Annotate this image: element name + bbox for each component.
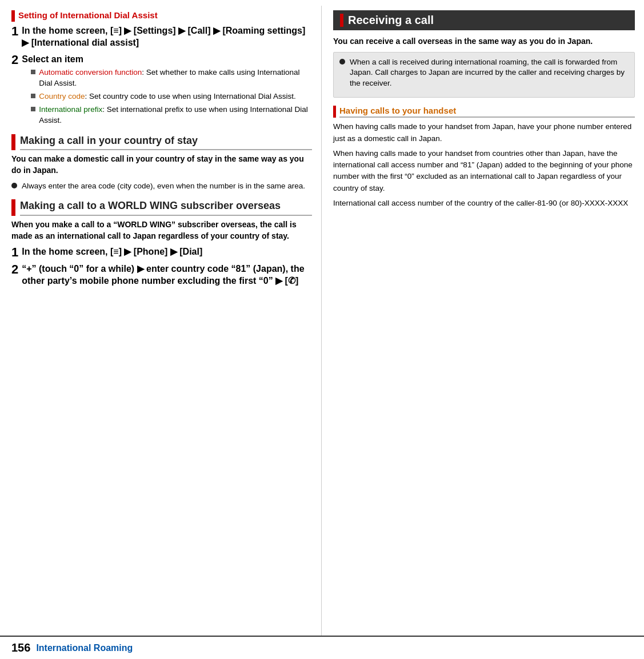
circle-bullet-receiving [339, 59, 345, 65]
receiving-title: Receiving a call [348, 14, 434, 27]
red-bar-having [333, 106, 336, 118]
step2-content: Select an item Automatic conversion func… [22, 54, 312, 128]
step2-number: 2 [11, 54, 18, 66]
setting-step2: 2 Select an item Automatic conversion fu… [11, 54, 312, 128]
list-item-intl: International prefix: Set international … [31, 105, 312, 126]
step2-label: Select an item [22, 54, 83, 64]
receiving-header: Receiving a call [333, 10, 635, 30]
setting-step1: 1 In the home screen, [≡] ▶ [Settings] ▶… [11, 25, 312, 49]
world-wing-header: Making a call to a WORLD WING subscriber… [11, 199, 312, 216]
list-item-country: Country code: Set country code to use wh… [31, 91, 312, 102]
left-column: Setting of International Dial Assist 1 I… [0, 6, 322, 636]
wing-step1-text: In the home screen, [≡] ▶ [Phone] ▶ [Dia… [22, 246, 202, 258]
page-wrapper: Setting of International Dial Assist 1 I… [0, 0, 644, 659]
intl-text: International prefix: Set international … [39, 105, 312, 126]
wing-step2: 2 “+” (touch “0” for a while) ▶ enter co… [11, 263, 312, 287]
country-stay-bullet-text: Always enter the area code (city code), … [22, 181, 305, 192]
sq-bullet-1 [31, 70, 35, 74]
having-para-1: When having calls made to your handset f… [333, 121, 635, 144]
step2-list: Automatic conversion function: Set wheth… [31, 67, 312, 126]
having-para-3: International call access number of the … [333, 198, 635, 209]
section-country-stay: Making a call in your country of stay Yo… [11, 134, 312, 192]
section-world-wing: Making a call to a WORLD WING subscriber… [11, 199, 312, 287]
country-stay-bullet: Always enter the area code (city code), … [11, 181, 312, 192]
red-bar-setting [11, 10, 15, 22]
receiving-intro: You can receive a call overseas in the s… [333, 36, 635, 47]
section-setting: Setting of International Dial Assist 1 I… [11, 10, 312, 128]
right-column: Receiving a call You can receive a call … [322, 6, 644, 636]
intl-link: International prefix [39, 105, 102, 114]
receiving-bullet-item: When a call is received during internati… [339, 57, 629, 90]
country-stay-header: Making a call in your country of stay [11, 134, 312, 151]
step1-text: In the home screen, [≡] ▶ [Settings] ▶ [… [22, 25, 312, 49]
footer-bar: 156 International Roaming [0, 636, 644, 659]
red-bar-stay [11, 134, 15, 151]
wing-step2-text: “+” (touch “0” for a while) ▶ enter coun… [22, 263, 312, 287]
wing-step2-number: 2 [11, 263, 18, 276]
wing-step1-number: 1 [11, 246, 18, 259]
receiving-bullet-text: When a call is received during internati… [350, 57, 629, 90]
country-stay-intro: You can make a domestic call in your cou… [11, 154, 312, 176]
world-wing-title: Making a call to a WORLD WING subscriber… [20, 199, 312, 216]
having-calls-title: Having calls to your handset [339, 106, 635, 118]
footer-text: International Roaming [36, 643, 133, 653]
having-calls-header: Having calls to your handset [333, 106, 635, 118]
content-area: Setting of International Dial Assist 1 I… [0, 0, 644, 636]
step1-number: 1 [11, 25, 18, 38]
section-receiving: Receiving a call You can receive a call … [333, 10, 635, 98]
sq-bullet-2 [31, 94, 35, 98]
wing-step1: 1 In the home screen, [≡] ▶ [Phone] ▶ [D… [11, 246, 312, 259]
receiving-gray-box: When a call is received during internati… [333, 52, 635, 98]
red-bar-wing [11, 199, 15, 216]
list-item-auto: Automatic conversion function: Set wheth… [31, 67, 312, 89]
having-para-2: When having calls made to your handset f… [333, 148, 635, 194]
country-text: Country code: Set country code to use wh… [39, 91, 296, 102]
auto-link: Automatic conversion function [39, 68, 142, 77]
setting-title: Setting of International Dial Assist [18, 10, 158, 22]
world-wing-intro: When you make a call to a “WORLD WING” s… [11, 219, 312, 242]
country-stay-title: Making a call in your country of stay [20, 134, 312, 151]
circle-bullet-stay [11, 183, 17, 188]
country-link: Country code [39, 92, 85, 101]
sq-bullet-3 [31, 107, 35, 111]
page-number: 156 [11, 641, 30, 654]
section-having-calls: Having calls to your handset When having… [333, 106, 635, 209]
setting-header: Setting of International Dial Assist [11, 10, 312, 22]
auto-text: Automatic conversion function: Set wheth… [39, 67, 312, 89]
receiving-red-bar [340, 14, 343, 27]
